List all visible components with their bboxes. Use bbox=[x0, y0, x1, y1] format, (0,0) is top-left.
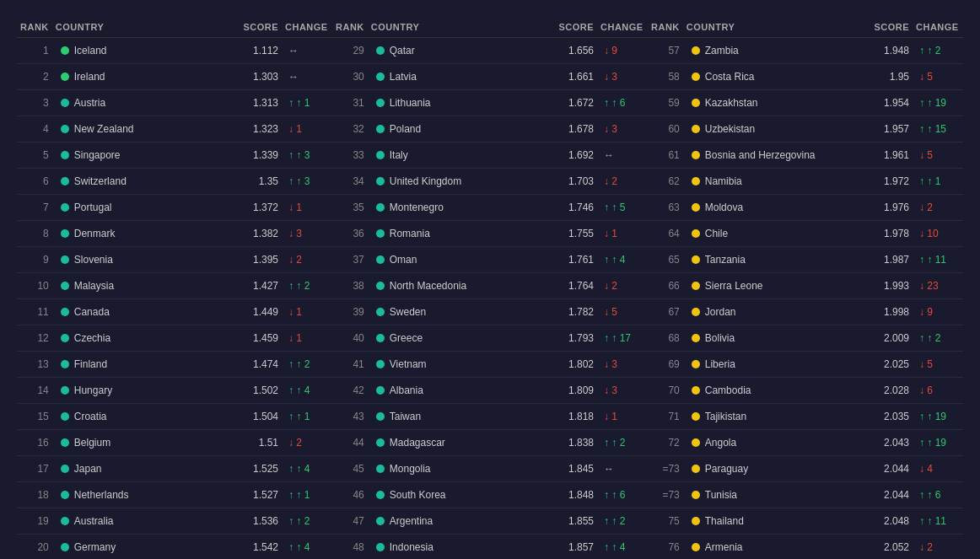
change-cell bbox=[597, 142, 648, 169]
change-up-icon: ↑ 6 bbox=[604, 97, 625, 109]
country-cell: Hungary bbox=[52, 378, 235, 404]
country-cell: Montenegro bbox=[368, 195, 551, 221]
score-cell: 1.782 bbox=[551, 299, 597, 325]
change-down-icon: ↓ 5 bbox=[919, 71, 933, 83]
rank-cell: 37 bbox=[332, 247, 368, 273]
score-cell: 1.838 bbox=[551, 430, 597, 456]
country-dot bbox=[61, 73, 69, 81]
change-up-icon: ↑ 2 bbox=[288, 358, 310, 370]
rank-cell: 11 bbox=[17, 299, 52, 325]
change-down-icon: ↓ 5 bbox=[919, 149, 933, 161]
table-row: 60Uzbekistan1.957↑ 15 bbox=[648, 116, 963, 142]
country-dot bbox=[61, 412, 69, 421]
country-name: Netherlands bbox=[74, 489, 129, 501]
change-cell: ↑ 1 bbox=[282, 482, 332, 508]
country-dot bbox=[376, 203, 385, 212]
rank-cell: 40 bbox=[332, 325, 368, 352]
country-cell: Madagascar bbox=[368, 430, 551, 456]
rank-cell: 36 bbox=[332, 221, 368, 247]
change-down-icon: ↓ 1 bbox=[604, 411, 617, 422]
country-name: Croatia bbox=[74, 411, 107, 422]
country-name: Albania bbox=[390, 384, 423, 396]
table-row: 58Costa Rica1.95↓ 5 bbox=[648, 64, 963, 90]
table-row: 29Qatar1.656↓ 9 bbox=[332, 38, 648, 64]
country-cell: Latvia bbox=[368, 64, 551, 90]
country-dot bbox=[61, 491, 69, 499]
change-cell: ↓ 3 bbox=[282, 221, 332, 247]
col-header-rank: RANK bbox=[17, 17, 52, 38]
country-cell: New Zealand bbox=[52, 116, 235, 142]
country-cell: Cambodia bbox=[683, 378, 866, 404]
change-cell: ↑ 2 bbox=[282, 273, 332, 299]
column-2: RANKCOUNTRYSCORECHANGE29Qatar1.656↓ 930L… bbox=[332, 17, 648, 559]
change-cell: ↓ 2 bbox=[913, 195, 963, 221]
rank-cell: 47 bbox=[332, 508, 368, 535]
score-cell: 1.112 bbox=[235, 38, 282, 64]
change-cell: ↓ 9 bbox=[913, 299, 963, 325]
country-dot bbox=[61, 99, 69, 107]
change-cell: ↓ 3 bbox=[597, 116, 648, 142]
table-row: 32Poland1.678↓ 3 bbox=[332, 116, 648, 142]
country-dot bbox=[376, 334, 385, 342]
table-row: 34United Kingdom1.703↓ 2 bbox=[332, 169, 648, 195]
table-row: 76Armenia2.052↓ 2 bbox=[648, 535, 963, 560]
change-cell: ↓ 2 bbox=[913, 535, 963, 560]
rank-cell: 64 bbox=[648, 221, 683, 247]
country-dot bbox=[692, 543, 700, 551]
table-row: 8Denmark1.382↓ 3 bbox=[17, 221, 332, 247]
country-cell: Thailand bbox=[683, 508, 866, 535]
change-cell: ↓ 2 bbox=[282, 247, 332, 273]
change-cell: ↓ 1 bbox=[597, 221, 648, 247]
change-cell: ↓ 6 bbox=[913, 378, 963, 404]
change-up-icon: ↑ 4 bbox=[288, 384, 310, 396]
score-cell: 1.672 bbox=[551, 90, 597, 116]
change-down-icon: ↓ 9 bbox=[919, 306, 933, 318]
country-dot bbox=[376, 177, 385, 185]
change-down-icon: ↓ 3 bbox=[604, 358, 617, 370]
change-cell: ↑ 4 bbox=[597, 247, 648, 273]
rank-cell: 41 bbox=[332, 352, 368, 378]
change-down-icon: ↓ 3 bbox=[604, 123, 617, 135]
country-dot bbox=[692, 282, 700, 290]
country-dot bbox=[692, 73, 700, 81]
rank-cell: 5 bbox=[17, 142, 52, 169]
main-container: RANKCOUNTRYSCORECHANGE1Iceland1.1122Irel… bbox=[17, 17, 963, 559]
country-name: Sweden bbox=[390, 306, 426, 318]
table-row: 18Netherlands1.527↑ 1 bbox=[17, 482, 332, 508]
rank-cell: 66 bbox=[648, 273, 683, 299]
country-name: New Zealand bbox=[74, 123, 134, 135]
country-dot bbox=[692, 517, 700, 525]
column-3: RANKCOUNTRYSCORECHANGE57Zambia1.948↑ 258… bbox=[648, 17, 963, 559]
country-name: Tunisia bbox=[705, 489, 737, 501]
rank-cell: =73 bbox=[648, 482, 683, 508]
rank-cell: 9 bbox=[17, 247, 52, 273]
table-row: 16Belgium1.51↓ 2 bbox=[17, 430, 332, 456]
country-cell: Bosnia and Herzegovina bbox=[683, 142, 866, 169]
country-dot bbox=[61, 517, 69, 525]
change-cell: ↑ 1 bbox=[282, 90, 332, 116]
country-name: Liberia bbox=[705, 358, 735, 370]
change-down-icon: ↓ 3 bbox=[288, 228, 302, 239]
country-name: Moldova bbox=[705, 202, 743, 213]
country-cell: Iceland bbox=[52, 38, 235, 64]
change-cell: ↑ 2 bbox=[282, 352, 332, 378]
country-dot bbox=[692, 203, 700, 212]
country-cell: South Korea bbox=[368, 482, 551, 508]
country-cell: Bolivia bbox=[683, 325, 866, 352]
country-cell: Romania bbox=[368, 221, 551, 247]
country-name: Thailand bbox=[705, 515, 744, 527]
change-cell: ↑ 2 bbox=[913, 325, 963, 352]
score-cell: 1.382 bbox=[235, 221, 282, 247]
country-dot bbox=[376, 438, 385, 447]
country-cell: Moldova bbox=[683, 195, 866, 221]
score-cell: 1.993 bbox=[866, 273, 913, 299]
score-cell: 1.998 bbox=[866, 299, 913, 325]
country-name: Zambia bbox=[705, 45, 739, 56]
country-cell: Canada bbox=[52, 299, 235, 325]
change-cell: ↑ 6 bbox=[597, 482, 648, 508]
change-cell: ↑ 17 bbox=[597, 325, 648, 352]
change-cell: ↑ 11 bbox=[913, 247, 963, 273]
rank-cell: 48 bbox=[332, 535, 368, 560]
score-cell: 1.427 bbox=[235, 273, 282, 299]
col-header-change: CHANGE bbox=[282, 17, 332, 38]
